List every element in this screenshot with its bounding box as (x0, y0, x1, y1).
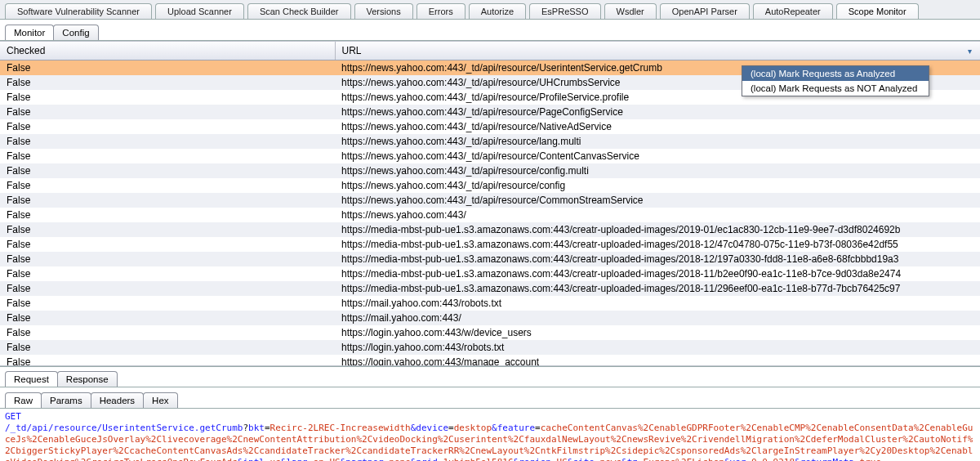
cell-checked: False (0, 60, 335, 76)
table-row[interactable]: Falsehttps://news.yahoo.com:443/_td/api/… (0, 119, 980, 134)
requests-table-body: Falsehttps://news.yahoo.com:443/_td/api/… (0, 60, 980, 367)
cell-checked: False (0, 105, 335, 119)
cell-url: https://media-mbst-pub-ue1.s3.amazonaws.… (335, 281, 980, 296)
cell-checked: False (0, 340, 335, 355)
ext-tab-errors[interactable]: Errors (416, 3, 466, 19)
message-view-tabs: RawParamsHeadersHex (0, 387, 980, 409)
table-row[interactable]: Falsehttps://mail.yahoo.com:443/ (0, 311, 980, 325)
cell-checked: False (0, 90, 335, 105)
ext-tab-openapi-parser[interactable]: OpenAPI Parser (660, 3, 750, 19)
cell-url: https://login.yahoo.com:443/robots.txt (335, 340, 980, 355)
cell-url: https://news.yahoo.com:443/_td/api/resou… (335, 149, 980, 163)
table-row[interactable]: Falsehttps://news.yahoo.com:443/_td/api/… (0, 193, 980, 208)
ext-tab-software-vulnerability-scanner[interactable]: Software Vulnerability Scanner (5, 3, 152, 19)
raw-request-viewer[interactable]: GET /_td/api/resource/UserintentService.… (0, 409, 980, 461)
monitor-tab-config[interactable]: Config (53, 25, 98, 40)
extension-tab-bar: Software Vulnerability ScannerUpload Sca… (0, 0, 980, 20)
column-header-url[interactable]: URL (335, 42, 980, 60)
cell-url: https://news.yahoo.com:443/_td/api/resou… (335, 119, 980, 134)
cell-checked: False (0, 134, 335, 149)
view-tab-raw[interactable]: Raw (5, 392, 42, 408)
table-row[interactable]: Falsehttps://news.yahoo.com:443/_td/api/… (0, 163, 980, 178)
message-tab-request[interactable]: Request (5, 371, 58, 387)
cell-checked: False (0, 281, 335, 296)
table-row[interactable]: Falsehttps://mail.yahoo.com:443/robots.t… (0, 296, 980, 311)
cell-url: https://login.yahoo.com:443/manage_accou… (335, 355, 980, 366)
cell-url: https://media-mbst-pub-ue1.s3.amazonaws.… (335, 252, 980, 266)
cell-checked: False (0, 355, 335, 366)
cell-url: https://media-mbst-pub-ue1.s3.amazonaws.… (335, 266, 980, 281)
table-row[interactable]: Falsehttps://login.yahoo.com:443/w/devic… (0, 325, 980, 340)
cell-url: https://news.yahoo.com:443/ (335, 208, 980, 222)
message-tab-response[interactable]: Response (57, 371, 118, 387)
cell-checked: False (0, 119, 335, 134)
ext-tab-espresso[interactable]: EsPReSSO (529, 3, 600, 19)
context-menu: (local) Mark Requests as Analyzed(local)… (742, 65, 929, 96)
view-tab-hex[interactable]: Hex (143, 392, 177, 408)
view-tab-headers[interactable]: Headers (91, 392, 144, 408)
table-row[interactable]: Falsehttps://login.yahoo.com:443/robots.… (0, 340, 980, 355)
table-row[interactable]: Falsehttps://media-mbst-pub-ue1.s3.amazo… (0, 266, 980, 281)
table-row[interactable]: Falsehttps://media-mbst-pub-ue1.s3.amazo… (0, 252, 980, 266)
cell-checked: False (0, 237, 335, 252)
context-menu-item[interactable]: (local) Mark Requests as NOT Analyzed (742, 81, 929, 96)
cell-url: https://news.yahoo.com:443/_td/api/resou… (335, 163, 980, 178)
ext-tab-scope-monitor[interactable]: Scope Monitor (836, 3, 919, 19)
cell-checked: False (0, 193, 335, 208)
cell-url: https://login.yahoo.com:443/w/device_use… (335, 325, 980, 340)
cell-checked: False (0, 222, 335, 237)
cell-url: https://news.yahoo.com:443/_td/api/resou… (335, 134, 980, 149)
cell-checked: False (0, 163, 335, 178)
ext-tab-wsdler[interactable]: Wsdler (604, 3, 657, 19)
scope-monitor-subtabs: MonitorConfig (0, 20, 980, 41)
monitor-tab-monitor[interactable]: Monitor (5, 25, 54, 40)
cell-checked: False (0, 325, 335, 340)
column-header-checked[interactable]: Checked (0, 42, 335, 60)
table-row[interactable]: Falsehttps://news.yahoo.com:443/_td/api/… (0, 178, 980, 193)
table-row[interactable]: Falsehttps://news.yahoo.com:443/_td/api/… (0, 105, 980, 119)
ext-tab-versions[interactable]: Versions (354, 3, 413, 19)
table-row[interactable]: Falsehttps://media-mbst-pub-ue1.s3.amazo… (0, 237, 980, 252)
cell-url: https://news.yahoo.com:443/_td/api/resou… (335, 105, 980, 119)
ext-tab-scan-check-builder[interactable]: Scan Check Builder (247, 3, 351, 19)
table-row[interactable]: Falsehttps://news.yahoo.com:443/_td/api/… (0, 149, 980, 163)
cell-url: https://news.yahoo.com:443/_td/api/resou… (335, 193, 980, 208)
ext-tab-upload-scanner[interactable]: Upload Scanner (155, 3, 244, 19)
table-row[interactable]: Falsehttps://login.yahoo.com:443/manage_… (0, 355, 980, 366)
cell-url: https://news.yahoo.com:443/_td/api/resou… (335, 178, 980, 193)
cell-checked: False (0, 75, 335, 90)
ext-tab-autorepeater[interactable]: AutoRepeater (753, 3, 833, 19)
ext-tab-autorize[interactable]: Autorize (469, 3, 526, 19)
table-row[interactable]: Falsehttps://news.yahoo.com:443/_td/api/… (0, 134, 980, 149)
cell-checked: False (0, 296, 335, 311)
cell-checked: False (0, 208, 335, 222)
table-row[interactable]: Falsehttps://media-mbst-pub-ue1.s3.amazo… (0, 222, 980, 237)
table-row[interactable]: Falsehttps://media-mbst-pub-ue1.s3.amazo… (0, 281, 980, 296)
cell-url: https://media-mbst-pub-ue1.s3.amazonaws.… (335, 237, 980, 252)
view-tab-params[interactable]: Params (41, 392, 91, 408)
message-tabs: RequestResponse (0, 366, 980, 387)
cell-checked: False (0, 252, 335, 266)
cell-url: https://mail.yahoo.com:443/ (335, 311, 980, 325)
cell-url: https://mail.yahoo.com:443/robots.txt (335, 296, 980, 311)
cell-checked: False (0, 311, 335, 325)
cell-url: https://media-mbst-pub-ue1.s3.amazonaws.… (335, 222, 980, 237)
table-row[interactable]: Falsehttps://news.yahoo.com:443/ (0, 208, 980, 222)
context-menu-item[interactable]: (local) Mark Requests as Analyzed (742, 66, 929, 81)
cell-checked: False (0, 149, 335, 163)
cell-checked: False (0, 178, 335, 193)
cell-checked: False (0, 266, 335, 281)
